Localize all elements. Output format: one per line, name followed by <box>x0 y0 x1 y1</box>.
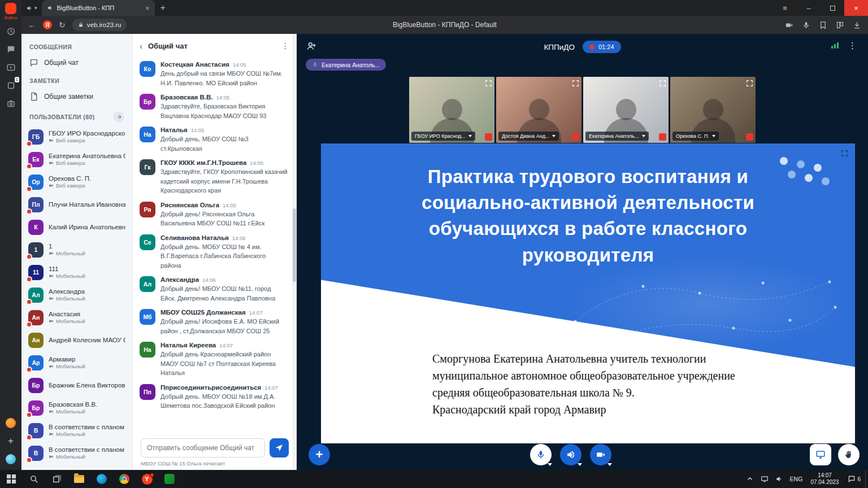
taskview-icon[interactable] <box>45 470 68 488</box>
back-button[interactable]: ← <box>28 20 36 29</box>
user-device-label: Мобильный <box>49 295 85 302</box>
collections-icon[interactable] <box>836 21 844 29</box>
browser-content: СООБЩЕНИЯ Общий чат ЗАМЕТКИ Общие заметк… <box>21 34 868 470</box>
user-list-item[interactable]: В В соответствии с планом ме Мобильный <box>21 442 132 464</box>
slide-fullscreen-icon[interactable] <box>841 149 848 159</box>
explorer-icon[interactable] <box>68 470 90 488</box>
audio-button[interactable] <box>560 444 581 465</box>
action-center-button[interactable]: 6 <box>843 475 865 483</box>
new-tab-button[interactable]: + <box>160 3 166 13</box>
window-close-button[interactable]: × <box>844 0 868 16</box>
tray-display-icon[interactable] <box>757 470 772 488</box>
user-list-item[interactable]: Пл Плучи Наталья Ивановна <box>21 193 132 216</box>
alice-icon[interactable] <box>3 452 18 467</box>
browser-tab[interactable]: BigBlueButton - КПП × <box>42 0 155 16</box>
chat-message-input[interactable] <box>141 438 265 457</box>
add-panel-icon[interactable]: + <box>3 434 18 448</box>
chat-scrollbar[interactable] <box>292 34 297 470</box>
webcam-fullscreen-icon[interactable] <box>572 79 579 89</box>
user-list-item[interactable]: Бр Бражник Елена Викторовна <box>21 374 132 396</box>
app-icon[interactable] <box>158 470 181 488</box>
notes-header: ЗАМЕТКИ <box>21 72 132 87</box>
user-list-item[interactable]: В В соответствии с планом ме Мобильный <box>21 419 132 442</box>
bookmark-flag-icon[interactable] <box>819 21 827 29</box>
window-maximize-button[interactable] <box>821 0 844 16</box>
url-field[interactable]: veb.iro23.ru <box>72 19 127 31</box>
user-name: Андрей Колесник МАОУ СОШ18 <box>49 337 125 343</box>
webcam-fullscreen-icon[interactable] <box>659 79 666 89</box>
sidebar-item-public-chat[interactable]: Общий чат <box>21 53 132 72</box>
webcam-name-label[interactable]: Екатерина Анатоль... <box>585 132 649 141</box>
notifications-icon[interactable]: 1 <box>3 78 18 93</box>
language-indicator[interactable]: ENG <box>787 476 806 482</box>
mic-icon[interactable] <box>802 21 810 29</box>
user-list-item[interactable]: Ор Орехова С. П. Веб камера <box>21 171 132 193</box>
yandex-icon[interactable]: Y <box>136 470 158 488</box>
webcam-options-chevron[interactable] <box>607 463 612 466</box>
talking-indicator[interactable]: Екатерина Анатоль... <box>306 59 386 71</box>
lock-icon <box>78 21 84 28</box>
raise-hand-button[interactable] <box>838 444 860 465</box>
video-service-icon[interactable] <box>3 60 18 75</box>
yandex-search-icon[interactable]: Я <box>43 20 52 29</box>
user-list-item[interactable]: Ек Екатерина Анатольевна СОШ9 Веб камера <box>21 148 132 171</box>
window-minimize-button[interactable]: – <box>797 0 821 16</box>
actions-plus-button[interactable]: + <box>309 444 330 465</box>
start-icon[interactable] <box>0 470 23 488</box>
download-icon[interactable] <box>853 21 861 29</box>
games-icon[interactable] <box>3 416 18 430</box>
chrome-icon[interactable] <box>113 470 136 488</box>
message-avatar: Бр <box>140 94 155 110</box>
sidebar-item-shared-notes[interactable]: Общие заметки <box>21 87 132 106</box>
search-icon[interactable] <box>23 470 45 488</box>
chat-message: Ко Костецкая Анастасия 14:05 День добрый… <box>140 61 288 88</box>
login-button[interactable]: Войти <box>5 3 17 20</box>
audio-options-chevron[interactable] <box>578 463 582 466</box>
user-list-item[interactable]: Ан Андрей Колесник МАОУ СОШ18 <box>21 329 132 351</box>
message-avatar: На <box>140 127 155 142</box>
messenger-icon[interactable] <box>3 42 18 56</box>
webcam-fullscreen-icon[interactable] <box>485 79 492 89</box>
user-list-item[interactable]: Ал Александра Мобильный <box>21 284 132 306</box>
tray-chevron-icon[interactable] <box>743 470 757 488</box>
tray-volume-icon[interactable] <box>772 470 787 488</box>
user-list-item[interactable]: ГБ ГБОУ ИРО Краснодарског... (Вы) Веб ка… <box>21 125 132 148</box>
history-icon[interactable] <box>3 24 18 38</box>
send-message-button[interactable] <box>270 438 289 457</box>
manage-participants-icon[interactable] <box>306 41 317 54</box>
chat-message-list: Ко Костецкая Анастасия 14:05 День добрый… <box>133 58 297 434</box>
tab-close-icon[interactable]: × <box>145 4 150 12</box>
user-list-item[interactable]: Бр Бразовская В.В. Мобильный <box>21 396 132 419</box>
browser-menu-icon[interactable]: ≡ <box>773 0 797 16</box>
webcam-name-label[interactable]: ГБОУ ИРО Краснод... <box>411 132 475 141</box>
chat-options-icon[interactable]: ⋮ <box>281 41 290 50</box>
meeting-options-icon[interactable]: ⋮ <box>848 41 857 51</box>
video-call-icon[interactable] <box>785 21 793 29</box>
show-desktop-button[interactable] <box>865 470 868 488</box>
speaker-icon <box>566 450 576 460</box>
user-list-item[interactable]: 1 1 Мобильный <box>21 238 132 261</box>
chevron-down-icon <box>468 135 472 137</box>
user-list-item[interactable]: Ан Анастасия Мобильный <box>21 306 132 329</box>
screenshot-icon[interactable] <box>3 96 18 111</box>
webcam-button[interactable] <box>590 444 611 465</box>
webcam-name-label[interactable]: Орехова С. П. <box>672 132 719 141</box>
clock[interactable]: 14:07 07.04.2023 <box>806 472 843 486</box>
recording-indicator[interactable]: 01:24 <box>583 41 621 53</box>
edge-icon[interactable] <box>90 470 113 488</box>
mic-options-chevron[interactable] <box>548 463 552 466</box>
user-list-item[interactable]: К Калий Ирина Анатольевна <box>21 216 132 238</box>
mute-button[interactable] <box>530 444 552 465</box>
refresh-button[interactable]: ↻ <box>59 20 66 29</box>
manage-users-button[interactable] <box>113 111 124 123</box>
chat-back-button[interactable]: ‹ <box>140 41 142 51</box>
screenshare-button[interactable] <box>810 444 831 465</box>
webcam-fullscreen-icon[interactable] <box>746 79 753 89</box>
tab-bar: ▾ BigBlueButton - КПП × + ≡ – × <box>21 0 868 16</box>
scrollbar-thumb[interactable] <box>293 208 296 282</box>
webcam-name-label[interactable]: Достоя Диана Анд... <box>498 132 559 141</box>
user-list-item[interactable]: Ар Армавир Мобильный <box>21 351 132 374</box>
connection-status-icon[interactable] <box>831 42 839 49</box>
user-list-item[interactable]: 11 111 Мобильный <box>21 261 132 284</box>
tab-audio-control[interactable]: ▾ <box>21 0 42 16</box>
